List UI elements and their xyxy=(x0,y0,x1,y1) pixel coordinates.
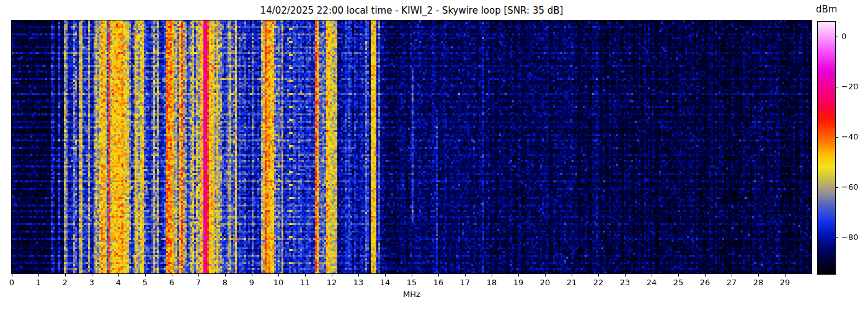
x-tick-label: 26 xyxy=(694,278,715,287)
x-tick-mark xyxy=(678,274,679,277)
x-tick-mark xyxy=(652,274,652,277)
x-tick-mark xyxy=(252,274,252,277)
x-tick-mark xyxy=(518,274,519,277)
x-tick-mark xyxy=(278,274,279,277)
x-tick-label: 24 xyxy=(641,278,662,287)
x-tick-mark xyxy=(732,274,732,277)
x-tick-label: 11 xyxy=(294,278,316,287)
x-tick-label: 18 xyxy=(481,278,502,287)
x-tick-mark xyxy=(705,274,706,277)
x-tick-mark xyxy=(758,274,759,277)
x-tick-mark xyxy=(332,274,332,277)
colorbar-tick-label: 0 xyxy=(841,32,846,41)
colorbar-tick-mark xyxy=(836,187,838,188)
spectrogram-figure: 14/02/2025 22:00 local time - KIWI_2 - S… xyxy=(0,0,868,310)
colorbar-canvas xyxy=(818,22,835,274)
x-tick-mark xyxy=(465,274,466,277)
x-tick-mark xyxy=(438,274,439,277)
x-tick-label: 2 xyxy=(55,278,76,287)
colorbar-tick-label: −40 xyxy=(841,132,858,141)
x-tick-mark xyxy=(545,274,546,277)
x-tick-label: 4 xyxy=(108,278,129,287)
x-tick-label: 3 xyxy=(81,278,102,287)
colorbar-tick-mark xyxy=(836,37,838,37)
x-tick-mark xyxy=(385,274,386,277)
x-tick-label: 28 xyxy=(748,278,769,287)
x-tick-label: 6 xyxy=(161,278,182,287)
x-tick-label: 15 xyxy=(401,278,422,287)
x-tick-mark xyxy=(198,274,199,277)
x-tick-label: 14 xyxy=(374,278,396,287)
x-tick-mark xyxy=(785,274,786,277)
colorbar-tick-label: −60 xyxy=(841,182,858,192)
x-tick-label: 22 xyxy=(588,278,609,287)
x-tick-label: 29 xyxy=(774,278,795,287)
x-tick-label: 12 xyxy=(321,278,342,287)
chart-title: 14/02/2025 22:00 local time - KIWI_2 - S… xyxy=(12,5,812,16)
x-tick-mark xyxy=(65,274,66,277)
x-tick-label: 1 xyxy=(28,278,49,287)
x-tick-mark xyxy=(12,274,12,277)
x-tick-label: 21 xyxy=(561,278,582,287)
colorbar-tick-label: −20 xyxy=(841,82,858,91)
colorbar-tick-mark xyxy=(836,87,838,87)
x-tick-label: 20 xyxy=(534,278,556,287)
x-tick-mark xyxy=(92,274,92,277)
x-tick-mark xyxy=(305,274,306,277)
x-tick-label: 17 xyxy=(454,278,476,287)
x-tick-label: 10 xyxy=(268,278,289,287)
x-tick-label: 0 xyxy=(1,278,22,287)
x-tick-label: 5 xyxy=(135,278,156,287)
x-tick-label: 7 xyxy=(188,278,209,287)
x-tick-mark xyxy=(38,274,39,277)
x-axis-label: MHz xyxy=(12,290,812,299)
x-tick-label: 8 xyxy=(215,278,236,287)
x-tick-mark xyxy=(572,274,572,277)
x-tick-mark xyxy=(145,274,146,277)
x-tick-mark xyxy=(412,274,412,277)
x-tick-mark xyxy=(492,274,492,277)
x-tick-mark xyxy=(225,274,226,277)
x-tick-label: 25 xyxy=(668,278,689,287)
x-tick-mark xyxy=(172,274,172,277)
x-tick-mark xyxy=(358,274,359,277)
colorbar-label: dBm xyxy=(816,4,837,15)
x-tick-label: 19 xyxy=(508,278,529,287)
x-tick-label: 16 xyxy=(428,278,449,287)
x-tick-label: 23 xyxy=(614,278,636,287)
colorbar-tick-label: −80 xyxy=(841,232,858,242)
x-tick-label: 27 xyxy=(721,278,742,287)
x-tick-mark xyxy=(625,274,626,277)
x-tick-label: 13 xyxy=(348,278,369,287)
x-tick-label: 9 xyxy=(241,278,262,287)
spectrogram-canvas xyxy=(12,20,812,273)
colorbar-tick-mark xyxy=(836,237,838,238)
x-tick-mark xyxy=(118,274,119,277)
x-tick-mark xyxy=(598,274,599,277)
colorbar-tick-mark xyxy=(836,137,838,138)
